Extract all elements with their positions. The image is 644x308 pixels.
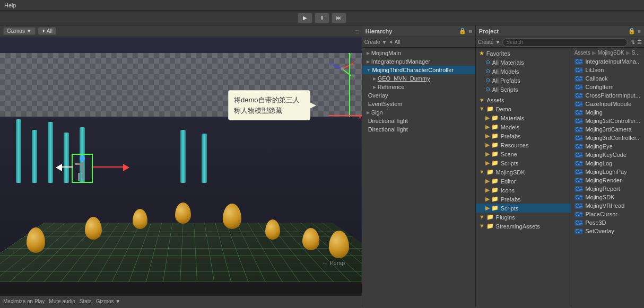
hierarchy-item-9[interactable]: Directional light [362, 125, 475, 134]
hierarchy-item-7[interactable]: ▶Sign [362, 108, 475, 117]
hierarchy-menu-icon[interactable]: ≡ [468, 28, 472, 34]
script-item-0[interactable]: C#IntegrateInputMana... [571, 57, 644, 66]
assets-folder-icon: ▼ [479, 97, 485, 103]
hierarchy-item-1[interactable]: ▶IntegrateInputManager [362, 57, 475, 66]
project-left-panel: ★ Favorites ⊙All Materials⊙All Models⊙Al… [476, 48, 571, 307]
project-menu-icon[interactable]: ≡ [638, 28, 641, 34]
script-item-11[interactable]: C#MojingKeyCode [571, 151, 644, 159]
hierarchy-arrow-2: ▼ [367, 68, 371, 73]
script-item-3[interactable]: C#ConfigItem [571, 83, 644, 91]
asset-item-1[interactable]: ▶ 📁Materials [476, 113, 571, 122]
script-label-20: SetOverlay [585, 228, 614, 234]
script-item-8[interactable]: C#Mojing3rdCamera [571, 125, 644, 134]
all-button[interactable]: ✦ All [38, 27, 56, 35]
script-item-15[interactable]: C#MojingReport [571, 184, 644, 193]
script-item-2[interactable]: C#Callback [571, 74, 644, 83]
hierarchy-arrow-3: ▶ [373, 76, 376, 81]
favorite-item-2[interactable]: ⊙All Prefabs [476, 76, 571, 85]
asset-item-11[interactable]: ▶ 📁Scripts [476, 204, 571, 213]
hierarchy-label-6: EventSystem [368, 101, 403, 107]
project-view-icon[interactable]: ☰ [637, 39, 642, 45]
gizmos-bottom-button[interactable]: Gizmos ▼ [96, 298, 121, 304]
hierarchy-content: ▶MojingMain▶IntegrateInputManager▼Mojing… [362, 48, 475, 307]
hierarchy-search-button[interactable]: ✦ All [389, 39, 400, 45]
asset-item-12[interactable]: ▼ 📁Plugins [476, 213, 571, 222]
project-create-button[interactable]: Create ▼ [478, 39, 501, 45]
script-item-7[interactable]: C#Mojing1stController... [571, 117, 644, 125]
asset-item-13[interactable]: ▼ 📁StreamingAssets [476, 222, 571, 231]
hierarchy-item-5[interactable]: Overlay [362, 91, 475, 100]
stats-button[interactable]: Stats [80, 298, 92, 304]
breadcrumb: Assets ▶ MojingSDK ▶ S... [571, 49, 644, 57]
asset-item-2[interactable]: ▶ 📁Models [476, 122, 571, 131]
hierarchy-create-button[interactable]: Create ▼ [364, 39, 387, 45]
asset-item-4[interactable]: ▶ 📁Resources [476, 140, 571, 149]
asset-label-3: Prefabs [501, 133, 521, 139]
hierarchy-item-2[interactable]: ▼MojingThirdCharacterController [362, 66, 475, 74]
asset-folder-icon-7: ▼ 📁 [479, 169, 494, 175]
script-item-1[interactable]: C#LitJson [571, 66, 644, 74]
play-button[interactable]: ▶ [298, 13, 312, 23]
hierarchy-lock-icon[interactable]: 🔒 [459, 28, 466, 34]
script-label-16: MojingSDK [585, 194, 614, 200]
hierarchy-item-0[interactable]: ▶MojingMain [362, 49, 475, 57]
favorite-item-3[interactable]: ⊙All Scripts [476, 85, 571, 94]
script-item-20[interactable]: C#SetOverlay [571, 227, 644, 235]
project-lock-icon[interactable]: 🔒 [628, 28, 636, 34]
asset-label-13: StreamingAssets [496, 223, 540, 230]
script-item-19[interactable]: C#Pose3D [571, 218, 644, 227]
script-item-14[interactable]: C#MojingRender [571, 176, 644, 184]
step-button[interactable]: ⏭ [332, 13, 346, 23]
asset-item-9[interactable]: ▶ 📁Icons [476, 186, 571, 195]
asset-item-8[interactable]: ▶ 📁Editor [476, 177, 571, 186]
project-search-input[interactable] [502, 38, 628, 47]
script-item-9[interactable]: C#Mojing3rdController... [571, 134, 644, 142]
hierarchy-item-3[interactable]: ▶GEO_MVN_Dummy [362, 74, 475, 83]
pause-button[interactable]: ⏸ [315, 13, 329, 23]
transport-bar: ▶ ⏸ ⏭ ☁ [0, 11, 644, 25]
mute-audio-button[interactable]: Mute audio [49, 298, 75, 304]
hierarchy-item-8[interactable]: Directional light [362, 117, 475, 125]
script-item-18[interactable]: C#PlaceCursor [571, 210, 644, 218]
script-icon-2: C# [575, 76, 584, 82]
script-item-4[interactable]: C#CrossPlatformInput... [571, 91, 644, 100]
asset-item-5[interactable]: ▶ 📁Scene [476, 149, 571, 159]
script-item-6[interactable]: C#Mojing [571, 108, 644, 117]
project-sort-icon[interactable]: ⇅ [631, 39, 635, 45]
script-icon-11: C# [575, 152, 584, 158]
script-label-15: MojingReport [585, 186, 620, 192]
asset-folder-icon-4: ▶ 📁 [485, 142, 499, 148]
favorite-search-icon-0: ⊙ [485, 59, 490, 66]
assets-header[interactable]: ▼ Assets [476, 96, 571, 104]
gizmos-button[interactable]: Gizmos ▼ [3, 27, 36, 35]
menu-help[interactable]: Help [4, 2, 16, 8]
hierarchy-item-4[interactable]: ▶Reference [362, 83, 475, 91]
favorite-label-2: All Prefabs [492, 77, 520, 84]
maximize-on-play-button[interactable]: Maximize on Play [3, 298, 45, 304]
favorites-header[interactable]: ★ Favorites [476, 49, 571, 58]
asset-folder-icon-8: ▶ 📁 [485, 178, 499, 184]
script-item-5[interactable]: C#GazeInputModule [571, 100, 644, 108]
asset-item-7[interactable]: ▼ 📁MojingSDK [476, 168, 571, 177]
scene-canvas[interactable]: X Y Z Y X ← Persp 将demo自带的 [0, 37, 362, 282]
script-item-16[interactable]: C#MojingSDK [571, 193, 644, 201]
favorite-item-1[interactable]: ⊙All Models [476, 67, 571, 76]
asset-item-0[interactable]: ▼ 📁Demo [476, 104, 571, 113]
asset-item-3[interactable]: ▶ 📁Prefabs [476, 131, 571, 140]
script-icon-3: C# [575, 84, 584, 90]
script-item-13[interactable]: C#MojingLoginPay [571, 168, 644, 176]
hierarchy-item-6[interactable]: EventSystem [362, 100, 475, 108]
svg-point-6 [341, 67, 344, 71]
hierarchy-arrow-1: ▶ [367, 59, 370, 64]
script-icon-9: C# [575, 135, 584, 141]
script-item-17[interactable]: C#MojingVRHead [571, 201, 644, 210]
script-item-12[interactable]: C#MojingLog [571, 159, 644, 168]
asset-item-10[interactable]: ▶ 📁Prefabs [476, 195, 571, 204]
asset-item-6[interactable]: ▶ 📁Scripts [476, 159, 571, 168]
hierarchy-label-5: Overlay [368, 92, 388, 99]
asset-folder-icon-1: ▶ 📁 [485, 115, 499, 121]
script-label-14: MojingRender [585, 177, 621, 183]
hierarchy-label-1: IntegrateInputManager [371, 58, 430, 65]
favorite-item-0[interactable]: ⊙All Materials [476, 58, 571, 67]
script-item-10[interactable]: C#MojingEye [571, 142, 644, 151]
